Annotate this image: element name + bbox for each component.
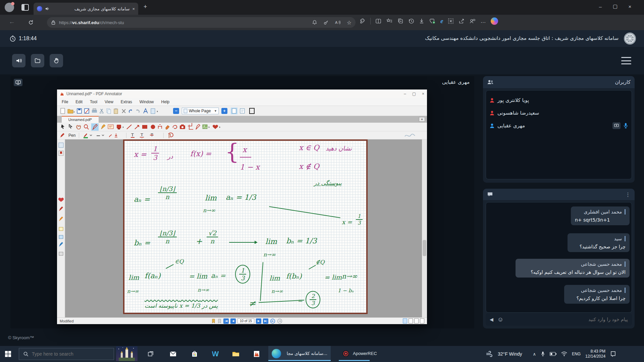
window-close-button[interactable]: ×: [623, 1, 637, 11]
favorite-star-icon[interactable]: ☆: [347, 19, 352, 26]
pressure-tool-icon[interactable]: [167, 132, 174, 139]
user-list-item[interactable]: مهری عقبایی: [489, 121, 628, 131]
annotation-page[interactable]: x = 13 در f(x) = { x x ∈ Q 1 − x x ∉ Q ن…: [123, 139, 368, 314]
zoom-out-button[interactable]: −: [173, 108, 179, 114]
back-icon[interactable]: ←: [9, 18, 15, 25]
layout-facing-button[interactable]: [414, 318, 419, 323]
tab-audio-icon[interactable]: [45, 6, 50, 11]
language-indicator[interactable]: ENG: [572, 352, 581, 356]
layout-continuous-button[interactable]: [409, 318, 413, 323]
screenshare-indicator-button[interactable]: [14, 79, 22, 86]
menu-hamburger-icon[interactable]: [621, 57, 631, 64]
menu-file[interactable]: File: [62, 100, 68, 104]
collections-icon[interactable]: [397, 18, 404, 24]
chat-message-input[interactable]: [507, 317, 628, 322]
menu-help[interactable]: Help: [161, 100, 170, 104]
zoom-in-button[interactable]: +: [221, 108, 227, 114]
favorites-list-icon[interactable]: [386, 18, 393, 24]
next-page-button[interactable]: ▶: [256, 318, 261, 324]
notification-center-icon[interactable]: [610, 351, 616, 357]
edge-task-button[interactable]: ...سامانه کلاسهای مجا: [268, 346, 331, 361]
browser-menu-icon[interactable]: …: [480, 18, 486, 24]
feedback-icon[interactable]: [469, 18, 476, 24]
wifi-icon[interactable]: [561, 352, 567, 356]
zoom-level-select[interactable]: Whole Page ▼: [182, 108, 219, 114]
pdf-annotator-task-button[interactable]: [249, 347, 265, 361]
web-capture-icon[interactable]: [448, 18, 454, 24]
audio-button[interactable]: [12, 54, 25, 67]
notifications-bell-icon[interactable]: [312, 20, 317, 25]
start-button[interactable]: [0, 346, 16, 362]
pdf-sidebar-strip[interactable]: [57, 139, 65, 317]
files-button[interactable]: [31, 54, 44, 67]
browser-essentials-icon[interactable]: [429, 18, 436, 24]
emoji-icon[interactable]: ☺: [497, 316, 503, 323]
file-toolbar-icons[interactable]: [60, 107, 170, 115]
browser-tab[interactable]: سامانه کلاسهای مجازی شریف ×: [34, 3, 138, 15]
previous-page-button[interactable]: ◀: [230, 318, 236, 324]
pdf-maximize-button[interactable]: ▢: [412, 92, 416, 96]
pdf-close-button[interactable]: ×: [422, 92, 424, 96]
taskbar-search-input[interactable]: [32, 351, 99, 357]
scrollbar-thumb[interactable]: [423, 240, 426, 256]
weather-wind-icon[interactable]: [486, 351, 493, 357]
copilot-icon[interactable]: [491, 17, 498, 25]
last-page-button[interactable]: ▶|: [263, 318, 268, 324]
annotation-tool-icons[interactable]: [59, 123, 247, 131]
url-bar[interactable]: https://vc.sharif.edu/ch/mech-stu A ☆: [47, 17, 356, 28]
lock-icon[interactable]: [51, 20, 56, 25]
bookmark-icon[interactable]: [217, 319, 222, 323]
menu-tool[interactable]: Tool: [90, 100, 97, 104]
layout-facing-continuous-button[interactable]: [420, 318, 424, 323]
pdf-vertical-scrollbar[interactable]: [422, 139, 427, 317]
tab-close-icon[interactable]: ×: [132, 6, 135, 11]
refresh-icon[interactable]: [28, 19, 34, 26]
profile-avatar[interactable]: [5, 3, 14, 12]
tray-microphone-icon[interactable]: [541, 351, 545, 357]
downloads-icon[interactable]: [419, 18, 424, 24]
history-icon[interactable]: [408, 18, 414, 24]
pen-style-controls[interactable]: [83, 132, 123, 139]
tray-clock[interactable]: 8:43 PM 12/14/2024: [585, 349, 605, 359]
window-maximize-button[interactable]: ▢: [608, 1, 623, 11]
fit-page-icons[interactable]: [230, 107, 259, 115]
nav-forward-icon[interactable]: [277, 318, 282, 324]
page-indicator[interactable]: 10 of 15: [237, 318, 254, 323]
file-explorer-button[interactable]: [228, 347, 244, 361]
chat-menu-kebab-icon[interactable]: ⋮: [625, 191, 631, 198]
microphone-icon[interactable]: [623, 123, 628, 129]
nav-back-icon[interactable]: [270, 318, 275, 324]
text-decoration-tools[interactable]: T T T: [130, 132, 160, 139]
smoothing-wave-icon[interactable]: [404, 132, 416, 138]
extensions-icon[interactable]: [360, 18, 366, 24]
battery-icon[interactable]: [550, 352, 556, 356]
apowerrec-task-button[interactable]: ApowerREC: [339, 346, 389, 361]
password-key-icon[interactable]: [323, 20, 329, 25]
tab-list-dropdown[interactable]: ▼: [419, 117, 425, 122]
add-bookmark-icon[interactable]: [211, 319, 216, 323]
menu-view[interactable]: View: [105, 100, 113, 104]
document-tab[interactable]: Unnamed.pdf*: [62, 116, 99, 123]
layout-single-page-button[interactable]: [403, 318, 407, 323]
store-app-button[interactable]: [186, 347, 203, 361]
user-list-item[interactable]: سعیدرضا شاهسونی: [489, 108, 628, 118]
user-screenshare-button[interactable]: [612, 122, 621, 129]
share-icon[interactable]: [459, 18, 465, 24]
split-screen-icon[interactable]: [375, 18, 381, 24]
send-message-icon[interactable]: ◀: [490, 317, 493, 322]
whiteboard-app-button[interactable]: W: [207, 347, 223, 361]
window-minimize-button[interactable]: –: [593, 1, 608, 11]
task-view-button[interactable]: [143, 347, 159, 361]
taskbar-search-box[interactable]: [19, 348, 114, 360]
weather-text[interactable]: 32°F Windy: [498, 351, 522, 357]
search-highlight-image[interactable]: [116, 346, 138, 361]
pdf-title-bar[interactable]: Unnamed.pdf* - PDF Annotator – ▢ ×: [57, 89, 427, 98]
ie-mode-icon[interactable]: e: [440, 17, 443, 25]
raise-hand-button[interactable]: [50, 54, 63, 67]
user-list-item[interactable]: پویا کلانتری پور: [489, 95, 628, 105]
workspaces-icon[interactable]: [21, 4, 29, 11]
tray-chevron-icon[interactable]: ∧: [533, 352, 536, 357]
read-aloud-icon[interactable]: A: [335, 20, 341, 25]
menu-window[interactable]: Window: [140, 100, 154, 104]
mail-app-button[interactable]: [165, 347, 181, 361]
